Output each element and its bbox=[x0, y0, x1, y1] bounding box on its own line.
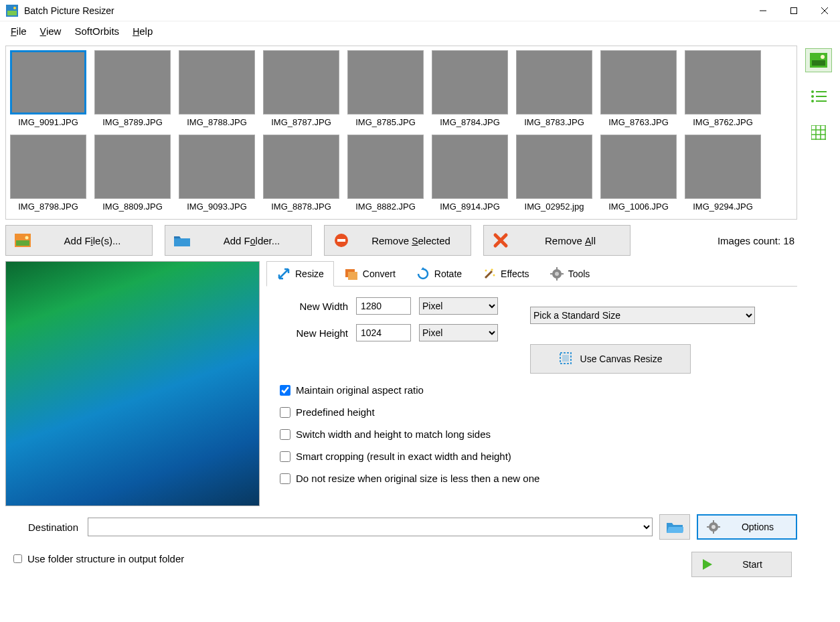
thumbnail-item[interactable]: IMG_9294.JPG bbox=[685, 135, 761, 215]
maintain-aspect-label: Maintain original aspect ratio bbox=[296, 384, 424, 396]
remove-selected-button[interactable]: Remove Selected bbox=[324, 225, 471, 256]
file-toolbar: Add File(s)... Add Folder... Remove Sele… bbox=[5, 225, 797, 256]
svg-point-25 bbox=[711, 525, 716, 529]
thumbnail-item[interactable]: IMG_8788.JPG bbox=[179, 50, 255, 131]
images-count: Images count: 18 bbox=[718, 235, 797, 246]
thumbnail-label: IMG_9093.JPG bbox=[179, 202, 255, 212]
new-width-input[interactable] bbox=[356, 297, 411, 315]
start-button[interactable]: Start bbox=[691, 552, 792, 577]
thumbnail-label: IMG_8798.JPG bbox=[10, 202, 86, 212]
thumbnail-image bbox=[516, 50, 592, 114]
thumbnail-item[interactable]: IMG_8763.JPG bbox=[600, 50, 677, 131]
thumbnail-item[interactable]: IMG_8789.JPG bbox=[94, 50, 171, 131]
svg-rect-19 bbox=[556, 278, 558, 281]
thumbnail-item[interactable]: IMG_8914.JPG bbox=[432, 135, 508, 215]
app-title: Batch Picture Resizer bbox=[24, 5, 748, 16]
thumbnail-grid: IMG_9091.JPGIMG_8789.JPGIMG_8788.JPGIMG_… bbox=[5, 46, 797, 220]
thumbnail-item[interactable]: IMG_8798.JPG bbox=[10, 135, 86, 215]
tab-convert[interactable]: Convert bbox=[334, 261, 406, 286]
maintain-aspect-checkbox[interactable] bbox=[280, 385, 290, 396]
gear-icon bbox=[706, 520, 721, 534]
destination-label: Destination bbox=[5, 522, 81, 533]
svg-rect-36 bbox=[816, 91, 827, 92]
predefined-height-checkbox[interactable] bbox=[280, 407, 290, 418]
add-files-button[interactable]: Add File(s)... bbox=[5, 225, 153, 256]
list-view-button[interactable] bbox=[805, 84, 832, 108]
menubar: File View SoftOrbits Help bbox=[0, 21, 840, 40]
new-width-label: New Width bbox=[274, 301, 348, 312]
image-icon bbox=[14, 232, 31, 249]
thumbnail-image bbox=[10, 135, 86, 199]
thumbnail-item[interactable]: IMG_8785.JPG bbox=[347, 50, 424, 131]
thumbnail-image bbox=[263, 50, 339, 114]
rotate-icon bbox=[416, 266, 430, 281]
thumbnail-item[interactable]: IMG_8787.JPG bbox=[263, 50, 339, 131]
thumbnail-image bbox=[432, 135, 508, 199]
play-icon bbox=[700, 557, 715, 572]
svg-rect-8 bbox=[16, 240, 29, 246]
start-label: Start bbox=[722, 559, 783, 570]
thumbnail-label: IMG_8882.JPG bbox=[347, 202, 424, 212]
height-unit-select[interactable]: Pixel bbox=[419, 324, 498, 341]
thumbnail-item[interactable]: IMG_8784.JPG bbox=[432, 50, 508, 131]
use-folder-structure-checkbox[interactable] bbox=[13, 554, 22, 563]
smart-crop-checkbox[interactable] bbox=[280, 451, 290, 462]
svg-point-9 bbox=[25, 236, 29, 240]
remove-all-button[interactable]: Remove All bbox=[483, 225, 631, 256]
browse-destination-button[interactable] bbox=[659, 514, 690, 540]
options-button[interactable]: Options bbox=[697, 514, 797, 540]
thumbnail-item[interactable]: IMG_8783.JPG bbox=[516, 50, 592, 131]
menu-view[interactable]: View bbox=[35, 23, 67, 40]
thumbnail-image bbox=[685, 50, 761, 114]
tab-tools-label: Tools bbox=[568, 268, 590, 279]
standard-size-select[interactable]: Pick a Standard Size bbox=[530, 307, 755, 324]
add-folder-button[interactable]: Add Folder... bbox=[165, 225, 312, 256]
thumbnail-item[interactable]: IMG_02952.jpg bbox=[516, 135, 592, 215]
grid-view-button[interactable] bbox=[805, 121, 832, 145]
tab-strip: Resize Convert Rotate Effects bbox=[266, 261, 797, 287]
canvas-resize-button[interactable]: Use Canvas Resize bbox=[530, 344, 691, 374]
thumbnail-item[interactable]: IMG_8878.JPG bbox=[263, 135, 339, 215]
svg-rect-21 bbox=[561, 273, 564, 275]
thumbnail-label: IMG_8783.JPG bbox=[516, 117, 592, 127]
maximize-button[interactable] bbox=[778, 0, 809, 21]
new-height-input[interactable] bbox=[356, 324, 411, 341]
thumbnail-label: IMG_8762.JPG bbox=[685, 117, 761, 127]
tab-effects[interactable]: Effects bbox=[472, 261, 539, 286]
thumbnail-item[interactable]: IMG_1006.JPG bbox=[600, 135, 677, 215]
svg-point-2 bbox=[13, 7, 16, 9]
menu-softorbits[interactable]: SoftOrbits bbox=[69, 23, 124, 40]
thumbnail-label: IMG_8788.JPG bbox=[179, 117, 255, 127]
close-button[interactable] bbox=[809, 0, 840, 21]
canvas-icon bbox=[559, 352, 572, 367]
switch-sides-checkbox[interactable] bbox=[280, 429, 290, 440]
thumbnail-image bbox=[263, 135, 339, 199]
options-label: Options bbox=[728, 522, 788, 532]
thumbnail-label: IMG_1006.JPG bbox=[600, 202, 677, 212]
thumbnail-view-button[interactable] bbox=[805, 48, 832, 72]
thumbnail-item[interactable]: IMG_8882.JPG bbox=[347, 135, 424, 215]
thumbnail-label: IMG_8914.JPG bbox=[432, 202, 508, 212]
thumbnail-item[interactable]: IMG_9093.JPG bbox=[179, 135, 255, 215]
thumbnail-image bbox=[600, 135, 677, 199]
thumbnail-item[interactable]: IMG_8762.JPG bbox=[685, 50, 761, 131]
tab-resize[interactable]: Resize bbox=[266, 261, 334, 287]
thumbnail-image bbox=[432, 50, 508, 114]
thumbnail-item[interactable]: IMG_9091.JPG bbox=[10, 50, 86, 131]
no-resize-checkbox[interactable] bbox=[280, 473, 290, 484]
minimize-button[interactable] bbox=[748, 0, 778, 21]
tab-tools[interactable]: Tools bbox=[539, 261, 600, 286]
menu-help[interactable]: Help bbox=[127, 23, 158, 40]
tab-rotate[interactable]: Rotate bbox=[406, 261, 472, 286]
thumbnail-label: IMG_8809.JPG bbox=[94, 202, 171, 212]
convert-icon bbox=[344, 266, 359, 281]
remove-icon bbox=[333, 232, 350, 249]
width-unit-select[interactable]: Pixel bbox=[419, 297, 498, 315]
thumbnail-label: IMG_8787.JPG bbox=[263, 117, 339, 127]
menu-file[interactable]: File bbox=[5, 23, 32, 40]
add-files-label: Add File(s)... bbox=[41, 235, 144, 246]
destination-select[interactable] bbox=[88, 518, 653, 536]
svg-rect-38 bbox=[816, 100, 827, 102]
thumbnail-label: IMG_8784.JPG bbox=[432, 117, 508, 127]
thumbnail-item[interactable]: IMG_8809.JPG bbox=[94, 135, 171, 215]
